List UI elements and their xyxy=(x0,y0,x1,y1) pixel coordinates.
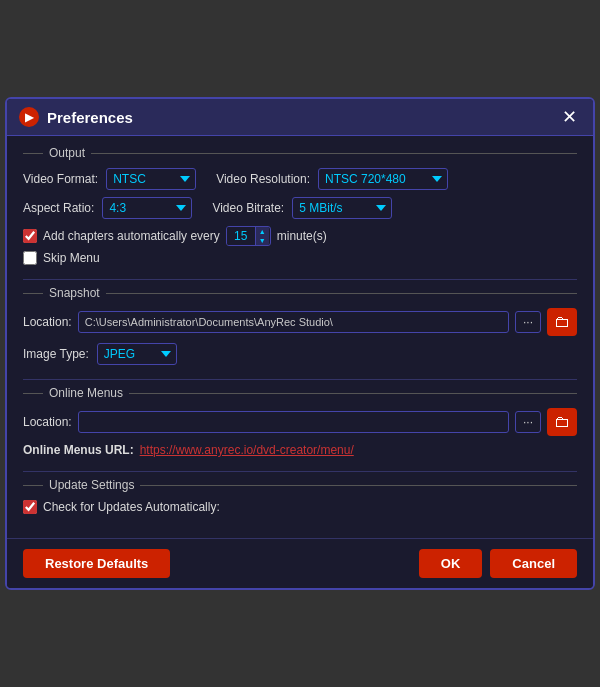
update-settings-section: Update Settings Check for Updates Automa… xyxy=(23,478,577,514)
output-section-label: Output xyxy=(23,146,577,160)
folder-icon: 🗀 xyxy=(554,313,570,331)
output-section: Output Video Format: NTSC PAL Video Reso… xyxy=(23,146,577,265)
image-type-label: Image Type: xyxy=(23,347,89,361)
title-bar: ▶ Preferences ✕ xyxy=(7,99,593,136)
title-bar-left: ▶ Preferences xyxy=(19,107,133,127)
video-resolution-select[interactable]: NTSC 720*480 NTSC 720*240 PAL 720*576 xyxy=(318,168,448,190)
online-menus-section: Online Menus Location: ··· 🗀 Online Menu… xyxy=(23,386,577,457)
image-type-select[interactable]: JPEG PNG BMP xyxy=(97,343,177,365)
auto-chapters-unit: minute(s) xyxy=(277,229,327,243)
auto-chapters-spinbox: ▲ ▼ xyxy=(226,226,271,246)
spin-down-button[interactable]: ▼ xyxy=(256,236,269,245)
cancel-button[interactable]: Cancel xyxy=(490,549,577,578)
online-menus-location-label: Location: xyxy=(23,415,72,429)
online-menus-folder-button[interactable]: 🗀 xyxy=(547,408,577,436)
video-resolution-label: Video Resolution: xyxy=(216,172,310,186)
snapshot-location-label: Location: xyxy=(23,315,72,329)
snapshot-folder-button[interactable]: 🗀 xyxy=(547,308,577,336)
footer-right-buttons: OK Cancel xyxy=(419,549,577,578)
check-updates-label: Check for Updates Automatically: xyxy=(43,500,220,514)
dialog-title: Preferences xyxy=(47,109,133,126)
online-menus-browse-dots-button[interactable]: ··· xyxy=(515,411,541,433)
check-updates-row: Check for Updates Automatically: xyxy=(23,500,577,514)
aspect-ratio-label: Aspect Ratio: xyxy=(23,201,94,215)
dialog-footer: Restore Defaults OK Cancel xyxy=(7,538,593,588)
app-icon: ▶ xyxy=(19,107,39,127)
snapshot-section: Snapshot Location: ··· 🗀 Image Type: JPE… xyxy=(23,286,577,365)
video-bitrate-label: Video Bitrate: xyxy=(212,201,284,215)
aspect-ratio-select[interactable]: 4:3 16:9 xyxy=(102,197,192,219)
video-format-label: Video Format: xyxy=(23,172,98,186)
skip-menu-checkbox[interactable] xyxy=(23,251,37,265)
spin-up-button[interactable]: ▲ xyxy=(256,227,269,236)
video-bitrate-select[interactable]: 5 MBit/s 4 MBit/s 6 MBit/s 8 MBit/s xyxy=(292,197,392,219)
online-menus-url-row: Online Menus URL: https://www.anyrec.io/… xyxy=(23,443,577,457)
online-menus-location-input[interactable] xyxy=(78,411,509,433)
divider-1 xyxy=(23,279,577,280)
online-menus-url-link[interactable]: https://www.anyrec.io/dvd-creator/menu/ xyxy=(140,443,354,457)
video-format-row: Video Format: NTSC PAL Video Resolution:… xyxy=(23,168,577,190)
folder-icon-2: 🗀 xyxy=(554,413,570,431)
online-menus-location-row: Location: ··· 🗀 xyxy=(23,408,577,436)
dialog-body: Output Video Format: NTSC PAL Video Reso… xyxy=(7,136,593,538)
ok-button[interactable]: OK xyxy=(419,549,483,578)
skip-menu-label: Skip Menu xyxy=(43,251,100,265)
snapshot-location-row: Location: ··· 🗀 xyxy=(23,308,577,336)
snapshot-location-input[interactable] xyxy=(78,311,509,333)
aspect-ratio-row: Aspect Ratio: 4:3 16:9 Video Bitrate: 5 … xyxy=(23,197,577,219)
image-type-row: Image Type: JPEG PNG BMP xyxy=(23,343,577,365)
auto-chapters-row: Add chapters automatically every ▲ ▼ min… xyxy=(23,226,577,246)
divider-2 xyxy=(23,379,577,380)
auto-chapters-checkbox[interactable] xyxy=(23,229,37,243)
close-button[interactable]: ✕ xyxy=(558,108,581,126)
check-updates-checkbox[interactable] xyxy=(23,500,37,514)
snapshot-section-label: Snapshot xyxy=(23,286,577,300)
restore-defaults-button[interactable]: Restore Defaults xyxy=(23,549,170,578)
snapshot-browse-dots-button[interactable]: ··· xyxy=(515,311,541,333)
update-settings-section-label: Update Settings xyxy=(23,478,577,492)
skip-menu-row: Skip Menu xyxy=(23,251,577,265)
online-menus-url-label: Online Menus URL: xyxy=(23,443,134,457)
auto-chapters-label: Add chapters automatically every xyxy=(43,229,220,243)
video-format-select[interactable]: NTSC PAL xyxy=(106,168,196,190)
spin-arrows: ▲ ▼ xyxy=(255,227,269,245)
preferences-dialog: ▶ Preferences ✕ Output Video Format: NTS… xyxy=(5,97,595,590)
divider-3 xyxy=(23,471,577,472)
online-menus-section-label: Online Menus xyxy=(23,386,577,400)
auto-chapters-input[interactable] xyxy=(227,227,255,245)
